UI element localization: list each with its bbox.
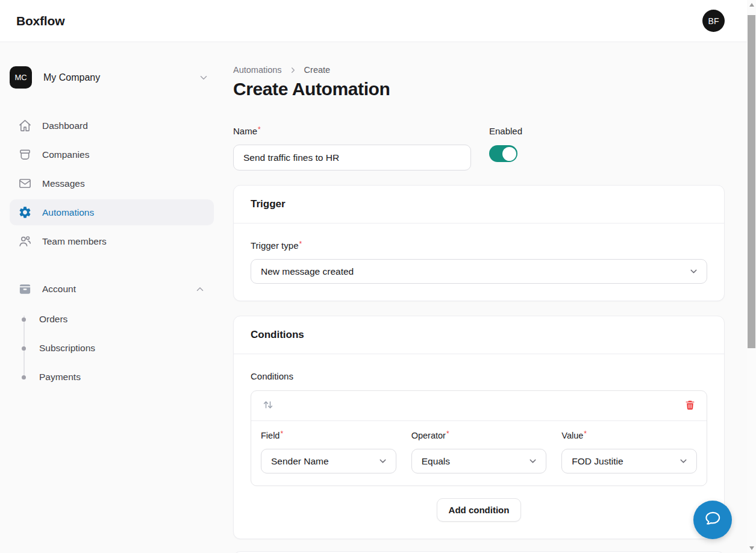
condition-operator-group: Operator* Equals	[411, 430, 547, 473]
sidebar-item-label: Team members	[42, 236, 107, 247]
chat-bubble-icon	[702, 508, 723, 532]
required-asterisk: *	[446, 430, 449, 438]
sort-arrows-icon	[262, 399, 274, 413]
value-select[interactable]: FOD Justitie	[561, 449, 697, 473]
conditions-card: Conditions Conditions	[233, 316, 725, 539]
chevron-up-icon	[195, 284, 205, 295]
bullet-icon	[22, 346, 26, 351]
vertical-scrollbar[interactable]	[747, 0, 756, 553]
sidebar-item-account[interactable]: Account	[10, 276, 214, 302]
trash-icon	[684, 399, 696, 413]
sidebar-item-dashboard[interactable]: Dashboard	[10, 113, 214, 139]
sidebar-item-automations[interactable]: Automations	[10, 199, 214, 225]
sidebar-item-companies[interactable]: Companies	[10, 142, 214, 167]
field-select[interactable]: Sender Name	[261, 449, 396, 473]
conditions-group-label: Conditions	[251, 371, 293, 381]
sidebar-item-label: Messages	[42, 178, 85, 189]
conditions-card-title: Conditions	[234, 316, 724, 354]
name-field-group: Name*	[233, 126, 471, 170]
add-condition-row: Add condition	[251, 498, 707, 522]
company-selector[interactable]: MC My Company	[10, 66, 214, 89]
name-enabled-row: Name* Enabled	[233, 126, 725, 170]
company-avatar: MC	[10, 66, 32, 89]
toggle-knob	[502, 147, 516, 161]
bullet-icon	[22, 375, 26, 380]
bullet-icon	[22, 317, 26, 322]
condition-value-group: Value* FOD Justitie	[561, 430, 697, 473]
trigger-card: Trigger Trigger type* New message create…	[233, 185, 725, 301]
operator-value: Equals	[422, 456, 450, 467]
breadcrumb: Automations Create	[233, 65, 725, 75]
add-condition-button[interactable]: Add condition	[437, 498, 522, 522]
scrollbar-thumb[interactable]	[748, 15, 755, 348]
home-icon	[18, 119, 32, 133]
sidebar-item-subscriptions[interactable]: Subscriptions	[10, 334, 214, 363]
breadcrumb-create: Create	[304, 65, 331, 75]
trigger-type-value: New message created	[261, 266, 354, 277]
value-value: FOD Justitie	[572, 456, 623, 467]
sidebar-item-label: Subscriptions	[39, 343, 95, 354]
company-name: My Company	[43, 72, 198, 83]
trigger-type-select[interactable]: New message created	[251, 259, 707, 284]
sidebar-section-gap	[10, 257, 214, 276]
top-bar: Boxflow BF	[0, 0, 756, 42]
sidebar-item-label: Automations	[42, 207, 94, 218]
name-label: Name	[233, 126, 257, 136]
required-asterisk: *	[584, 430, 587, 438]
scrollbar-down-arrow-icon[interactable]	[749, 546, 754, 550]
condition-field-group: Field* Sender Name	[261, 430, 396, 473]
chevron-down-icon	[378, 456, 388, 466]
sidebar-item-team-members[interactable]: Team members	[10, 228, 214, 254]
condition-row-toolbar	[251, 391, 707, 421]
briefcase-icon	[18, 282, 32, 296]
chat-fab-button[interactable]	[693, 501, 732, 539]
chevron-down-icon	[689, 266, 699, 276]
sidebar-item-label: Orders	[39, 314, 67, 325]
breadcrumb-automations[interactable]: Automations	[233, 65, 282, 75]
operator-select[interactable]: Equals	[411, 449, 547, 473]
condition-row: Field* Sender Name Operator* E	[251, 390, 707, 486]
enabled-toggle[interactable]	[489, 145, 517, 162]
name-input[interactable]	[233, 145, 471, 170]
value-label: Value	[561, 431, 583, 440]
delete-condition-button[interactable]	[683, 398, 697, 414]
sidebar-item-label: Account	[42, 284, 76, 295]
sidebar-item-orders[interactable]: Orders	[10, 305, 214, 334]
gear-icon	[18, 205, 32, 219]
operator-label: Operator	[411, 431, 446, 440]
box-icon	[18, 148, 32, 161]
scrollbar-up-arrow-icon[interactable]	[749, 3, 754, 7]
users-icon	[18, 234, 32, 248]
envelope-icon	[18, 177, 32, 190]
app-logo: Boxflow	[16, 14, 64, 28]
sort-handle[interactable]	[261, 398, 275, 414]
user-avatar[interactable]: BF	[702, 10, 725, 32]
sidebar-item-messages[interactable]: Messages	[10, 170, 214, 196]
enabled-field-group: Enabled	[489, 126, 522, 170]
required-asterisk: *	[258, 125, 261, 134]
sidebar: MC My Company Dashboard Companies Messag…	[0, 42, 223, 553]
chevron-right-icon	[289, 66, 298, 75]
enabled-label: Enabled	[489, 126, 522, 136]
field-label: Field	[261, 431, 280, 440]
page-title: Create Automation	[233, 79, 725, 99]
main-content: Automations Create Create Automation Nam…	[223, 42, 756, 553]
required-asterisk: *	[299, 240, 302, 248]
trigger-card-title: Trigger	[234, 186, 724, 223]
sidebar-item-label: Companies	[42, 149, 89, 160]
account-subnav: Orders Subscriptions Payments	[10, 305, 214, 392]
trigger-type-label: Trigger type	[251, 240, 298, 251]
chevron-down-icon	[678, 456, 689, 466]
condition-fields-row: Field* Sender Name Operator* E	[251, 421, 707, 486]
chevron-down-icon	[198, 72, 209, 83]
required-asterisk: *	[280, 430, 283, 438]
conditions-card-body: Conditions	[234, 354, 724, 539]
chevron-down-icon	[528, 456, 538, 466]
field-value: Sender Name	[271, 456, 329, 467]
sidebar-item-payments[interactable]: Payments	[10, 363, 214, 392]
sidebar-item-label: Dashboard	[42, 120, 88, 131]
trigger-card-body: Trigger type* New message created	[234, 223, 724, 301]
sidebar-item-label: Payments	[39, 372, 81, 383]
